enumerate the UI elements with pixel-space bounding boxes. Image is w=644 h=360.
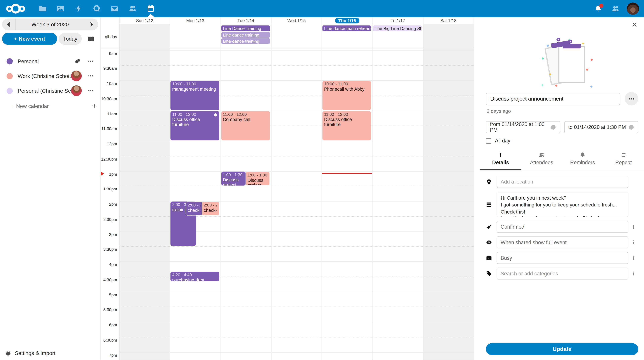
calendar-event[interactable]: 2:00 - 2:30check-in bbox=[202, 201, 219, 216]
all-day-checkbox[interactable] bbox=[486, 138, 491, 143]
next-week-button[interactable] bbox=[84, 18, 98, 30]
property-rows bbox=[486, 221, 638, 280]
day-header[interactable]: Mon 1/13 bbox=[170, 17, 220, 24]
day-header[interactable]: Wed 1/15 bbox=[271, 17, 322, 24]
day-column[interactable] bbox=[372, 24, 423, 360]
timezone-globe-icon[interactable] bbox=[550, 124, 556, 130]
calendar-list-item[interactable]: Personal (Christine Scho… bbox=[0, 83, 100, 98]
event-title: purchasing dept bbox=[172, 278, 218, 281]
more-actions-button[interactable] bbox=[625, 92, 638, 106]
event-title: Discuss office furniture bbox=[324, 117, 370, 127]
week-label[interactable]: Week 3 of 2020 bbox=[16, 21, 84, 27]
day-column[interactable] bbox=[170, 24, 220, 360]
update-button[interactable]: Update bbox=[486, 343, 638, 355]
end-date-field[interactable]: to 01/14/2020 at 1:30 PM bbox=[564, 121, 638, 133]
app-contacts-icon[interactable] bbox=[124, 0, 142, 17]
day-header[interactable]: Thu 1/16 bbox=[322, 17, 372, 24]
grid-line bbox=[119, 292, 474, 292]
categories-input-row bbox=[486, 268, 638, 280]
today-button[interactable]: Today bbox=[59, 33, 82, 45]
clipboard-illustration: +✦✦+✦ bbox=[486, 20, 638, 87]
app-calendar-icon[interactable] bbox=[142, 0, 160, 17]
app-activity-icon[interactable] bbox=[70, 0, 88, 17]
day-header[interactable]: Fri 1/17 bbox=[372, 17, 423, 24]
calendar-event[interactable]: 10:00 - 11:00Phonecall with Abby bbox=[322, 81, 371, 110]
day-column[interactable] bbox=[322, 24, 372, 360]
app-files-icon[interactable] bbox=[33, 0, 51, 17]
all-day-event[interactable]: Line dance training bbox=[221, 32, 270, 37]
day-header[interactable]: Tue 1/14 bbox=[220, 17, 271, 24]
settings-label: Settings & import bbox=[15, 350, 55, 356]
tab-details[interactable]: Details bbox=[480, 150, 521, 170]
day-header[interactable]: Sat 1/18 bbox=[423, 17, 474, 24]
all-day-event[interactable]: Line dance main rehearsal bbox=[322, 25, 371, 31]
day-column[interactable] bbox=[220, 24, 271, 360]
week-navigation: Week 3 of 2020 bbox=[2, 18, 98, 30]
tab-reminders[interactable]: Reminders bbox=[562, 150, 603, 170]
contacts-menu-icon[interactable] bbox=[610, 3, 621, 14]
location-input[interactable] bbox=[496, 176, 628, 188]
all-day-event[interactable]: Line Dance Training bbox=[221, 25, 270, 31]
description-textarea[interactable]: Hi Carl! are you in next week? I got som… bbox=[496, 192, 628, 217]
busy-select[interactable] bbox=[496, 252, 628, 264]
calendar-event[interactable]: 10:00 - 11:00management meeting bbox=[170, 81, 219, 110]
new-calendar-button[interactable]: + New calendar bbox=[0, 100, 100, 112]
all-day-event[interactable]: The Big Line Dancing Show bbox=[373, 25, 422, 31]
all-day-event[interactable]: Line dance training bbox=[221, 38, 270, 44]
event-title-input[interactable] bbox=[486, 92, 620, 105]
calendar-event[interactable]: 1:00 - 1:30Discuss project bbox=[246, 171, 270, 185]
event-time: 1:00 - 1:30 bbox=[223, 172, 244, 177]
calendar-list-item[interactable]: Work (Christine Schott) bbox=[0, 68, 100, 83]
tab-label: Details bbox=[492, 160, 509, 165]
tab-attendees[interactable]: Attendees bbox=[521, 150, 562, 170]
app-photos-icon[interactable] bbox=[51, 0, 70, 17]
status-select-row bbox=[486, 221, 638, 233]
calendar-actions-icon[interactable] bbox=[86, 58, 95, 64]
app-mail-icon[interactable] bbox=[106, 0, 124, 17]
info-icon[interactable] bbox=[628, 271, 638, 276]
notifications-bell-icon[interactable] bbox=[592, 3, 604, 14]
grid-line bbox=[119, 65, 474, 66]
day-column[interactable] bbox=[423, 24, 474, 360]
calendar-event[interactable]: 4:20 - 4:40purchasing dept bbox=[170, 272, 219, 281]
settings-import-button[interactable]: Settings & import bbox=[5, 350, 56, 356]
user-avatar[interactable] bbox=[627, 2, 639, 15]
start-date-field[interactable]: from 01/14/2020 at 1:00 PM bbox=[486, 121, 560, 133]
location-pin-icon bbox=[486, 179, 496, 185]
day-header[interactable]: Sun 1/12 bbox=[119, 17, 170, 24]
app-talk-icon[interactable] bbox=[88, 0, 106, 17]
day-column[interactable] bbox=[119, 24, 170, 360]
calendar-event[interactable]: 11:00 - 12:00Discuss office furniture bbox=[322, 111, 371, 140]
day-header-label: Fri 1/17 bbox=[390, 18, 405, 23]
new-event-button[interactable]: + New event bbox=[2, 33, 57, 45]
calendar-list-item[interactable]: Personal bbox=[0, 54, 100, 68]
info-icon[interactable] bbox=[628, 224, 638, 229]
calendar-actions-icon[interactable] bbox=[86, 87, 95, 94]
view-mode-button[interactable] bbox=[83, 33, 98, 45]
calendar-event[interactable]: 11:00 - 12:00Discuss office furniture bbox=[170, 111, 219, 140]
confetti-sparkle: ✦ bbox=[581, 41, 585, 45]
tab-repeat[interactable]: Repeat bbox=[603, 150, 644, 170]
last-modified-text: 2 days ago bbox=[487, 108, 638, 114]
timezone-globe-icon[interactable] bbox=[628, 124, 634, 130]
calendar-event[interactable]: 2:00 - 2:30check-in bbox=[186, 201, 202, 216]
previous-week-button[interactable] bbox=[2, 18, 16, 30]
calendar-actions-icon[interactable] bbox=[86, 72, 95, 79]
categories-input[interactable] bbox=[496, 268, 628, 280]
tab-label: Attendees bbox=[530, 160, 553, 165]
editor-tabs: DetailsAttendeesRemindersRepeat bbox=[480, 150, 644, 170]
header-separator bbox=[119, 24, 474, 24]
nextcloud-logo-icon[interactable] bbox=[5, 4, 26, 13]
description-row: Hi Carl! are you in next week? I got som… bbox=[486, 192, 638, 217]
close-icon[interactable] bbox=[631, 21, 640, 29]
share-link-icon[interactable] bbox=[74, 58, 82, 64]
description-lines-icon bbox=[486, 201, 496, 208]
info-icon[interactable] bbox=[628, 255, 638, 261]
calendar-event[interactable]: 1:00 - 1:30Discuss project announcement bbox=[221, 171, 246, 185]
day-column[interactable] bbox=[271, 24, 322, 360]
location-row bbox=[486, 176, 638, 188]
info-icon[interactable] bbox=[628, 240, 638, 245]
visibility-select[interactable] bbox=[496, 237, 628, 248]
status-select[interactable] bbox=[496, 221, 628, 233]
calendar-event[interactable]: 11:00 - 12:00Company call bbox=[221, 111, 270, 140]
